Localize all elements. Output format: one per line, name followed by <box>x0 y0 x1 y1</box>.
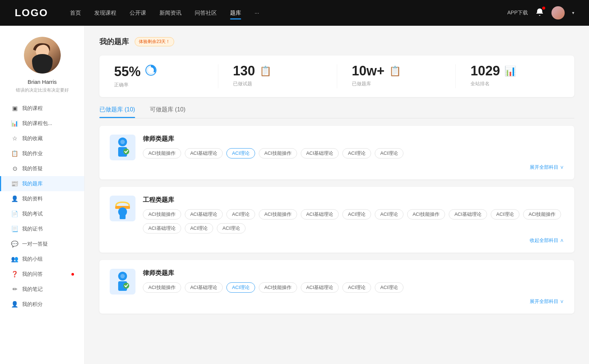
sidebar-menu-item-4[interactable]: ⊙ 我的答疑 <box>0 161 84 176</box>
tabs-row: 已做题库 (10)可做题库 (10) <box>99 106 574 118</box>
sidebar-menu-item-12[interactable]: ✏ 我的笔记 <box>0 282 84 297</box>
bank-tag-1-0[interactable]: ACI技能操作 <box>143 209 181 220</box>
navbar: LOGO 首页发现课程公开课新闻资讯问答社区题库··· APP下载 ▾ <box>0 0 589 26</box>
bank-icon-1 <box>110 196 135 221</box>
bank-card-header-0: 律师类题库 ACI技能操作ACI基础理论ACI理论ACI技能操作ACI基础理论A… <box>110 135 564 160</box>
sidebar-menu-item-6[interactable]: 👤 我的资料 <box>0 191 84 206</box>
menu-label-0: 我的课程 <box>22 105 43 112</box>
nav-item-发现课程[interactable]: 发现课程 <box>94 8 116 18</box>
bank-tag-1-3[interactable]: ACI技能操作 <box>259 209 297 220</box>
bank-tag-1-1[interactable]: ACI基础理论 <box>185 209 223 220</box>
bank-tag-1-6[interactable]: ACI理论 <box>375 209 403 220</box>
bank-content-2: 律师类题库 ACI技能操作ACI基础理论ACI理论ACI技能操作ACI基础理论A… <box>143 269 564 293</box>
bank-tags-1: ACI技能操作ACI基础理论ACI理论ACI技能操作ACI基础理论ACI理论AC… <box>143 209 564 233</box>
bank-tag-1-13[interactable]: ACI理论 <box>217 223 246 233</box>
bank-tag-1-2[interactable]: ACI理论 <box>226 209 255 220</box>
bank-tag-2-5[interactable]: ACI理论 <box>342 282 371 293</box>
sidebar-menu-item-2[interactable]: ☆ 我的收藏 <box>0 131 84 146</box>
menu-icon-12: ✏ <box>11 286 18 293</box>
bank-tag-0-3[interactable]: ACI技能操作 <box>259 148 297 158</box>
bank-tag-1-8[interactable]: ACI基础理论 <box>449 209 487 220</box>
stat-icon-3: 📊 <box>504 65 516 77</box>
bank-tag-1-9[interactable]: ACI理论 <box>491 209 519 220</box>
bank-tag-0-0[interactable]: ACI技能操作 <box>143 148 181 158</box>
menu-label-5: 我的题库 <box>22 181 43 187</box>
menu-icon-11: ❓ <box>11 271 18 278</box>
bank-tag-2-1[interactable]: ACI基础理论 <box>185 282 223 293</box>
bank-tag-1-11[interactable]: ACI基础理论 <box>143 223 181 233</box>
nav-item-题库[interactable]: 题库 <box>230 8 241 18</box>
bank-tag-0-5[interactable]: ACI理论 <box>342 148 371 158</box>
main-content: 我的题库 体验剩余23天！ 55% 正确率 130 📋 已做试题 10w+ 📋 … <box>85 26 589 364</box>
bank-tag-0-1[interactable]: ACI基础理论 <box>185 148 223 158</box>
nav-item-···[interactable]: ··· <box>254 8 259 18</box>
bank-expand-1[interactable]: 收起全部科目 ∧ <box>110 237 564 244</box>
bank-content-0: 律师类题库 ACI技能操作ACI基础理论ACI理论ACI技能操作ACI基础理论A… <box>143 135 564 158</box>
svg-point-14 <box>120 274 125 278</box>
notification-bell[interactable] <box>535 8 544 18</box>
app-download-link[interactable]: APP下载 <box>507 10 528 16</box>
menu-label-1: 我的课程包... <box>22 120 52 127</box>
sidebar-menu-item-3[interactable]: 📋 我的作业 <box>0 146 84 161</box>
menu-icon-1: 📊 <box>11 120 18 127</box>
stat-value-3: 1029 <box>470 64 500 78</box>
bank-tag-1-12[interactable]: ACI理论 <box>185 223 214 233</box>
bank-tag-2-2[interactable]: ACI理论 <box>226 282 255 293</box>
bank-tag-0-6[interactable]: ACI理论 <box>375 148 403 158</box>
bank-tag-1-5[interactable]: ACI理论 <box>342 209 371 220</box>
bank-expand-2[interactable]: 展开全部科目 ∨ <box>110 298 564 305</box>
bank-expand-0[interactable]: 展开全部科目 ∨ <box>110 164 564 171</box>
nav-item-问答社区[interactable]: 问答社区 <box>195 8 217 18</box>
bank-tags-0: ACI技能操作ACI基础理论ACI理论ACI技能操作ACI基础理论ACI理论AC… <box>143 148 564 158</box>
nav-item-公开课[interactable]: 公开课 <box>130 8 146 18</box>
sidebar-avatar <box>24 37 61 74</box>
bank-tag-2-0[interactable]: ACI技能操作 <box>143 282 181 293</box>
bank-cards-container: 律师类题库 ACI技能操作ACI基础理论ACI理论ACI技能操作ACI基础理论A… <box>99 126 574 314</box>
nav-item-新闻资讯[interactable]: 新闻资讯 <box>159 8 181 18</box>
menu-icon-10: 👥 <box>11 256 18 263</box>
menu-icon-3: 📋 <box>11 150 18 157</box>
bank-tag-0-2[interactable]: ACI理论 <box>226 148 255 158</box>
menu-label-3: 我的作业 <box>22 150 43 157</box>
bank-icon-2 <box>110 269 135 295</box>
sidebar-menu-item-1[interactable]: 📊 我的课程包... <box>0 116 84 131</box>
menu-icon-0: ▣ <box>11 105 18 112</box>
tab-item-0[interactable]: 已做题库 (10) <box>99 106 135 118</box>
sidebar-menu-item-9[interactable]: 💬 一对一答疑 <box>0 236 84 251</box>
menu-icon-2: ☆ <box>11 135 18 142</box>
menu-label-9: 一对一答疑 <box>22 241 48 247</box>
nav-item-首页[interactable]: 首页 <box>70 8 81 18</box>
sidebar-menu-item-7[interactable]: 📄 我的考试 <box>0 206 84 221</box>
bank-tag-1-4[interactable]: ACI基础理论 <box>301 209 339 220</box>
avatar[interactable] <box>551 6 565 19</box>
bank-tags-2: ACI技能操作ACI基础理论ACI理论ACI技能操作ACI基础理论ACI理论AC… <box>143 282 564 293</box>
bank-tag-0-4[interactable]: ACI基础理论 <box>301 148 339 158</box>
stat-main-0: 55% <box>114 64 157 79</box>
bank-tag-1-7[interactable]: ACI技能操作 <box>407 209 445 220</box>
sidebar-menu-item-11[interactable]: ❓ 我的问答 <box>0 267 84 282</box>
bank-tag-2-4[interactable]: ACI基础理论 <box>301 282 339 293</box>
stat-item-0: 55% 正确率 <box>99 64 218 88</box>
stat-value-1: 130 <box>233 64 255 78</box>
stat-main-3: 1029 📊 <box>470 64 516 78</box>
sidebar-menu-item-5[interactable]: 📰 我的题库 <box>0 176 84 191</box>
menu-icon-13: 👤 <box>11 301 18 308</box>
notification-badge <box>542 7 545 10</box>
bank-tag-2-3[interactable]: ACI技能操作 <box>259 282 297 293</box>
avatar-dropdown-icon[interactable]: ▾ <box>572 10 574 15</box>
bank-tag-1-10[interactable]: ACI技能操作 <box>523 209 561 220</box>
bank-card-header-2: 律师类题库 ACI技能操作ACI基础理论ACI理论ACI技能操作ACI基础理论A… <box>110 269 564 295</box>
stat-icon-1: 📋 <box>260 65 271 77</box>
sidebar-menu-item-0[interactable]: ▣ 我的课程 <box>0 101 84 116</box>
sidebar-menu-item-10[interactable]: 👥 我的小组 <box>0 251 84 267</box>
stats-row: 55% 正确率 130 📋 已做试题 10w+ 📋 已做题库 1029 📊 全站… <box>99 56 574 97</box>
bank-tag-2-6[interactable]: ACI理论 <box>375 282 403 293</box>
stat-item-2: 10w+ 📋 已做题库 <box>337 64 456 88</box>
menu-label-11: 我的问答 <box>22 271 43 278</box>
page-title: 我的题库 <box>99 37 129 47</box>
sidebar-menu-item-8[interactable]: 📃 我的证书 <box>0 221 84 236</box>
sidebar-menu-item-13[interactable]: 👤 我的积分 <box>0 297 84 312</box>
menu-icon-5: 📰 <box>11 180 18 187</box>
svg-point-4 <box>148 67 154 73</box>
tab-item-1[interactable]: 可做题库 (10) <box>150 106 186 118</box>
